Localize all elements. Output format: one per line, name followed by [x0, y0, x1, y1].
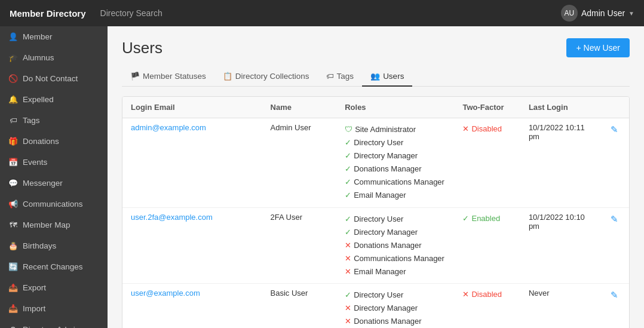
sidebar-label-events: Events: [23, 158, 47, 167]
avatar: AU: [561, 5, 578, 22]
new-user-button[interactable]: + New User: [566, 38, 630, 57]
sidebar-item-directory-admin[interactable]: ⚙ Directory Admin: [0, 319, 108, 328]
tab-directory-collections[interactable]: 📋 Directory Collections: [214, 67, 318, 87]
tab-users[interactable]: 👥 Users: [362, 67, 412, 87]
col-header-name: Name: [262, 97, 337, 118]
sidebar-item-birthdays[interactable]: 🎂 Birthdays: [0, 235, 108, 256]
last-login: 10/1/2022 10:10 pm: [520, 207, 600, 283]
tab-tags[interactable]: 🏷 Tags: [318, 67, 363, 87]
role-item: ✓Communications Manager: [345, 176, 446, 189]
users-table: Login Email Name Roles Two-Factor Last L…: [122, 97, 629, 328]
user-email-link[interactable]: user.2fa@example.com: [131, 213, 213, 222]
sidebar-item-expelled[interactable]: 🔔 Expelled: [0, 89, 108, 110]
sidebar-label-expelled: Expelled: [23, 95, 54, 104]
sidebar-item-recent-changes[interactable]: 🔄 Recent Changes: [0, 256, 108, 277]
role-item: ✓Directory User: [345, 289, 446, 302]
user-name: Admin User: [262, 118, 337, 208]
role-item: 🛡Site Administrator: [345, 123, 446, 136]
sidebar-item-export[interactable]: 📤 Export: [0, 277, 108, 298]
member-statuses-tab-icon: 🏴: [130, 72, 140, 81]
check-icon: ✓: [345, 289, 351, 302]
user-name: Basic User: [262, 284, 337, 328]
two-factor-status: ✕Disabled: [462, 123, 511, 133]
chevron-down-icon: ▼: [628, 10, 634, 17]
user-email-link[interactable]: admin@example.com: [131, 123, 206, 132]
sidebar-item-alumnus[interactable]: 🎓 Alumnus: [0, 47, 108, 68]
tab-member-statuses[interactable]: 🏴 Member Statuses: [122, 67, 214, 87]
role-label: Directory User: [354, 136, 403, 149]
sidebar-item-import[interactable]: 📥 Import: [0, 298, 108, 319]
tab-label-users: Users: [383, 72, 404, 81]
edit-user-button[interactable]: ✎: [608, 289, 621, 302]
sidebar-item-events[interactable]: 📅 Events: [0, 152, 108, 173]
users-table-container: Login Email Name Roles Two-Factor Last L…: [122, 96, 630, 328]
member-map-icon: 🗺: [8, 220, 18, 229]
directory-search[interactable]: Directory Search: [100, 8, 561, 18]
tab-label-member-statuses: Member Statuses: [143, 72, 206, 81]
role-label: Donations Manager: [354, 239, 421, 252]
sidebar-item-donations[interactable]: 🎁 Donations: [0, 131, 108, 152]
edit-user-button[interactable]: ✎: [608, 123, 621, 136]
tf-label: Disabled: [471, 124, 502, 133]
col-header-two-factor: Two-Factor: [454, 97, 520, 118]
messenger-icon: 💬: [8, 179, 18, 188]
role-label: Donations Manager: [354, 163, 421, 176]
expelled-icon: 🔔: [8, 95, 18, 104]
role-item: ✓Directory Manager: [345, 226, 446, 239]
tab-label-directory-collections: Directory Collections: [235, 72, 309, 81]
user-roles: ✓Directory User✕Directory Manager✕Donati…: [336, 284, 454, 328]
table-row: user.2fa@example.com2FA User✓Directory U…: [122, 207, 629, 283]
two-factor-cell: ✓Enabled: [454, 207, 520, 283]
role-item: ✓Email Manager: [345, 189, 446, 202]
communications-icon: 📢: [8, 200, 18, 209]
role-item: ✕Directory Manager: [345, 302, 446, 315]
edit-user-button[interactable]: ✎: [608, 213, 621, 226]
user-roles: ✓Directory User✓Directory Manager✕Donati…: [336, 207, 454, 283]
last-login: 10/1/2022 10:11 pm: [520, 118, 600, 208]
check-icon: ✓: [345, 136, 351, 149]
two-factor-status: ✕Disabled: [462, 289, 511, 299]
sidebar-label-communications: Communications: [23, 200, 83, 209]
sidebar-label-do-not-contact: Do Not Contact: [23, 74, 78, 83]
role-label: Communications Manager: [354, 176, 444, 189]
app-title: Member Directory: [10, 8, 86, 19]
sidebar-item-communications[interactable]: 📢 Communications: [0, 194, 108, 214]
sidebar-item-member-map[interactable]: 🗺 Member Map: [0, 214, 108, 235]
role-item: ✕Communications Manager: [345, 252, 446, 265]
events-icon: 📅: [8, 158, 18, 167]
table-header-row: Login Email Name Roles Two-Factor Last L…: [122, 97, 629, 118]
role-item: ✓Directory User: [345, 213, 446, 226]
edit-cell: ✎: [600, 118, 629, 208]
role-item: ✕Donations Manager: [345, 239, 446, 252]
sidebar-label-tags: Tags: [23, 116, 40, 125]
tf-disabled-icon: ✕: [462, 290, 469, 299]
sidebar-label-member-map: Member Map: [23, 220, 70, 229]
x-icon: ✕: [345, 315, 351, 328]
page-title: Users: [122, 39, 162, 57]
role-label: Directory User: [354, 289, 403, 302]
user-email-link[interactable]: user@example.com: [131, 289, 200, 298]
table-row: admin@example.comAdmin User🛡Site Adminis…: [122, 118, 629, 208]
col-header-roles: Roles: [336, 97, 454, 118]
x-icon: ✕: [345, 239, 351, 252]
sidebar-item-tags[interactable]: 🏷 Tags: [0, 110, 108, 131]
directory-admin-icon: ⚙: [8, 325, 18, 328]
user-menu[interactable]: AU Admin User ▼: [561, 5, 634, 22]
sidebar-item-member[interactable]: 👤 Member: [0, 26, 108, 47]
role-label: Directory Manager: [354, 302, 418, 315]
col-header-last-login: Last Login: [520, 97, 600, 118]
sidebar-item-messenger[interactable]: 💬 Messenger: [0, 173, 108, 194]
edit-cell: ✎: [600, 284, 629, 328]
recent-changes-icon: 🔄: [8, 262, 18, 271]
top-navigation: Member Directory Directory Search AU Adm…: [0, 0, 644, 26]
donations-icon: 🎁: [8, 137, 18, 146]
role-label: Directory User: [354, 213, 403, 226]
sidebar-label-member: Member: [23, 32, 53, 41]
x-icon: ✕: [345, 265, 351, 278]
tags-icon: 🏷: [8, 116, 18, 125]
sidebar-label-export: Export: [23, 283, 46, 292]
col-header-email: Login Email: [122, 97, 262, 118]
shield-icon: 🛡: [345, 123, 352, 136]
user-roles: 🛡Site Administrator✓Directory User✓Direc…: [336, 118, 454, 208]
sidebar-item-do-not-contact[interactable]: 🚫 Do Not Contact: [0, 68, 108, 89]
